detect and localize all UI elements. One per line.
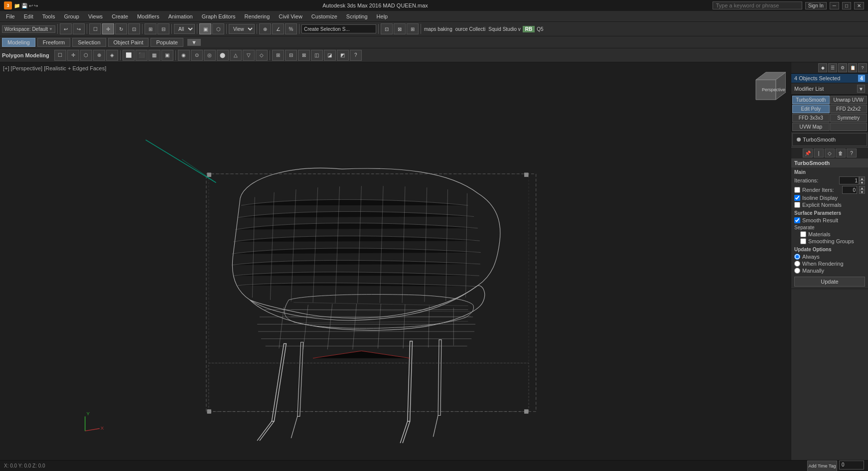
select-move-button[interactable]: ✛	[102, 23, 114, 34]
render-iters-input[interactable]	[842, 186, 857, 194]
poly-tool-2[interactable]: ✛	[67, 50, 79, 61]
render-iters-down[interactable]: ▼	[859, 190, 865, 194]
menu-help[interactable]: Help	[373, 12, 392, 20]
materials-check[interactable]	[800, 231, 806, 237]
nav-cube[interactable]: Perspective	[746, 67, 786, 107]
always-radio[interactable]	[794, 254, 800, 260]
menu-modifiers[interactable]: Modifiers	[133, 12, 163, 20]
lasso-button[interactable]: ⬡	[212, 23, 224, 34]
poly-tool-7[interactable]: ⬛	[136, 50, 147, 61]
poly-tool-9[interactable]: ▣	[161, 50, 173, 61]
stack-show-result[interactable]: |	[814, 149, 824, 157]
smoothing-groups-check[interactable]	[800, 238, 806, 244]
modifier-ffd-2x2x2[interactable]: FFD 2x2x2	[830, 105, 868, 113]
menu-civil-view[interactable]: Civil View	[275, 12, 306, 20]
render-iters-up[interactable]: ▲	[859, 186, 865, 190]
poly-tool-6[interactable]: ⬜	[123, 50, 135, 61]
maximize-button[interactable]: □	[842, 2, 851, 9]
snap-toggle[interactable]: ⊕	[259, 23, 271, 34]
workspace-selector[interactable]: Workspace: Default ▼	[2, 25, 55, 33]
tab-object-paint[interactable]: Object Paint	[108, 38, 149, 47]
poly-tool-14[interactable]: △	[230, 50, 242, 61]
stack-remove[interactable]: 🗑	[836, 149, 846, 157]
iterations-input[interactable]	[839, 176, 859, 184]
menu-views[interactable]: Views	[84, 12, 107, 20]
named-sel-1[interactable]: ⊡	[381, 23, 393, 34]
poly-tool-12[interactable]: ◎	[204, 50, 216, 61]
select-region-button[interactable]: ▣	[199, 23, 211, 34]
viewport[interactable]: [+] [Perspective] [Realistic + Edged Fac…	[0, 62, 791, 460]
percent-snap[interactable]: %	[285, 23, 297, 34]
view-dropdown[interactable]: View	[229, 24, 255, 34]
poly-tool-4[interactable]: ⊕	[93, 50, 105, 61]
named-sel-3[interactable]: ⊞	[407, 23, 419, 34]
mirror-button[interactable]: ⊞	[145, 23, 156, 34]
poly-tool-10[interactable]: ◉	[178, 50, 190, 61]
named-sel-2[interactable]: ⊠	[394, 23, 406, 34]
select-object-button[interactable]: ☐	[89, 23, 101, 34]
populate-extra[interactable]: ▼	[187, 39, 201, 46]
minimize-button[interactable]: ─	[830, 2, 839, 9]
panel-icon-2[interactable]: ☰	[828, 63, 837, 72]
menu-graph-editors[interactable]: Graph Editors	[198, 12, 240, 20]
iterations-up[interactable]: ▲	[859, 176, 865, 180]
stack-help[interactable]: ?	[847, 149, 857, 157]
poly-tool-13[interactable]: ⬤	[217, 50, 229, 61]
close-button[interactable]: ✕	[854, 2, 864, 9]
modifier-uvw-map[interactable]: UVW Map	[792, 123, 830, 131]
modifier-list-dropdown[interactable]: ▼	[857, 85, 865, 93]
poly-tool-11[interactable]: ⊙	[191, 50, 203, 61]
poly-tool-17[interactable]: ⊞	[272, 50, 284, 61]
menu-tools[interactable]: Tools	[38, 12, 59, 20]
panel-icon-3[interactable]: ⚙	[838, 63, 847, 72]
menu-animation[interactable]: Animation	[164, 12, 197, 20]
poly-tool-16[interactable]: ◇	[256, 50, 268, 61]
panel-icon-5[interactable]: ?	[858, 63, 867, 72]
frame-input[interactable]	[839, 461, 864, 470]
search-input[interactable]	[713, 1, 802, 9]
menu-scripting[interactable]: Scripting	[342, 12, 372, 20]
poly-tool-23[interactable]: ?	[350, 50, 362, 61]
isoline-check[interactable]	[794, 195, 800, 201]
create-selection-input[interactable]	[301, 24, 376, 33]
modifier-edit-poly[interactable]: Edit Poly	[792, 105, 830, 113]
poly-tool-5[interactable]: ◈	[106, 50, 118, 61]
tab-freeform[interactable]: Freeform	[37, 38, 71, 47]
selection-filter-dropdown[interactable]: All	[174, 24, 195, 34]
panel-icon-1[interactable]: ◆	[818, 63, 827, 72]
menu-edit[interactable]: Edit	[20, 12, 37, 20]
tab-selection[interactable]: Selection	[72, 38, 106, 47]
modifier-unwrap-uvw[interactable]: Unwrap UVW	[830, 96, 868, 104]
stack-item-turbosm[interactable]: TurboSmooth	[795, 136, 865, 144]
add-time-tag-button[interactable]: Add Time Tag	[807, 461, 837, 471]
poly-tool-15[interactable]: ▽	[243, 50, 255, 61]
poly-tool-18[interactable]: ⊟	[285, 50, 297, 61]
angle-snap[interactable]: ∠	[272, 23, 284, 34]
stack-pin-button[interactable]: 📌	[803, 149, 813, 157]
when-rendering-radio[interactable]	[794, 261, 800, 267]
stack-make-unique[interactable]: ◇	[825, 149, 835, 157]
modifier-symmetry[interactable]: Symmetry	[830, 114, 868, 122]
menu-file[interactable]: File	[2, 12, 19, 20]
modifier-turbosm[interactable]: TurboSmooth	[792, 96, 830, 104]
poly-tool-1[interactable]: ☐	[54, 50, 66, 61]
undo-button[interactable]: ↩	[60, 23, 72, 34]
poly-tool-19[interactable]: ⊠	[298, 50, 310, 61]
tab-modeling[interactable]: Modeling	[2, 38, 35, 47]
poly-tool-3[interactable]: ⬡	[80, 50, 92, 61]
turbosm-section-title[interactable]: TurboSmooth	[791, 158, 868, 167]
update-button[interactable]: Update	[794, 277, 865, 287]
manually-radio[interactable]	[794, 268, 800, 274]
smooth-result-check[interactable]	[794, 217, 800, 223]
poly-tool-20[interactable]: ◫	[311, 50, 323, 61]
render-iters-check[interactable]	[794, 187, 800, 193]
panel-icon-4[interactable]: 📋	[848, 63, 857, 72]
menu-create[interactable]: Create	[108, 12, 132, 20]
scale-button[interactable]: ⊡	[128, 23, 140, 34]
align-button[interactable]: ⊟	[157, 23, 169, 34]
menu-group[interactable]: Group	[60, 12, 83, 20]
menu-rendering[interactable]: Rendering	[241, 12, 274, 20]
rotate-button[interactable]: ↻	[115, 23, 127, 34]
poly-tool-21[interactable]: ◪	[324, 50, 336, 61]
explicit-normals-check[interactable]	[794, 202, 800, 208]
